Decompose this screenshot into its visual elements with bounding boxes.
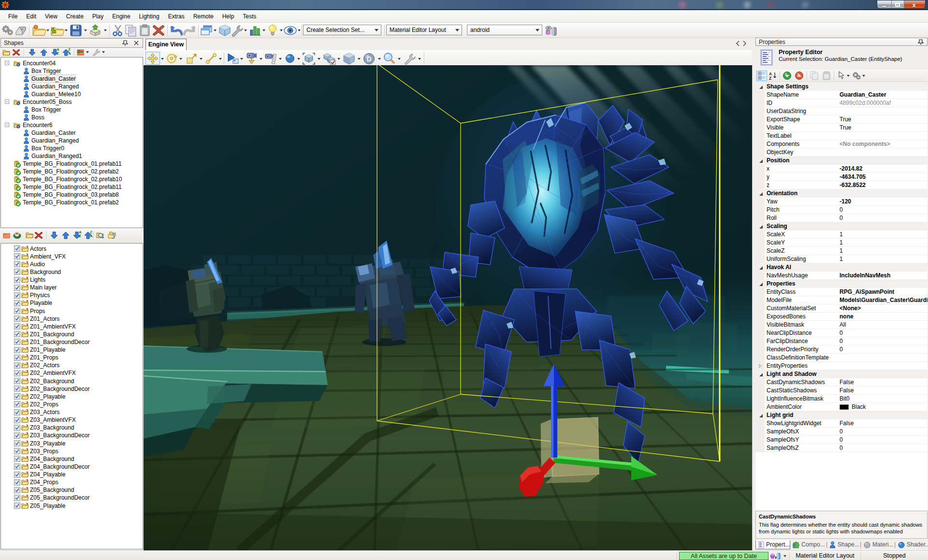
svg-text:D: D: [367, 55, 372, 63]
svg-text:Z: Z: [769, 76, 771, 80]
